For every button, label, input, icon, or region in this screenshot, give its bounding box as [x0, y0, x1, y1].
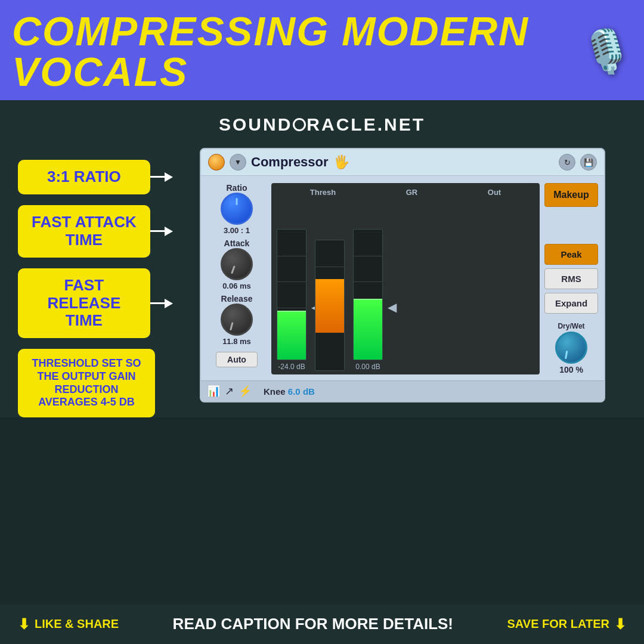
dropdown-button[interactable]: ▼: [230, 154, 246, 171]
meters-column: Thresh GR Out: [271, 183, 540, 374]
thresh-meter: -24.0 dB ◀: [275, 229, 308, 371]
thresh-db-value: -24.0 dB: [278, 363, 305, 371]
out-db-value: 0.00 dB: [355, 363, 380, 371]
out-label: Out: [488, 188, 501, 197]
compressor-body: Ratio 3.00 : 1 Attack 0.06 ms Release: [201, 176, 604, 380]
main-content: SOUNDRACLE.NET 3:1 RATIO FAST ATTACK TIM…: [0, 100, 644, 417]
footer-like-share: ⬇ LIKE & SHARE: [18, 616, 119, 633]
labels-column: 3:1 RATIO FAST ATTACK TIME: [18, 148, 173, 417]
drywet-value: 100 %: [559, 365, 583, 374]
out-fill-bottom: [354, 300, 382, 360]
save-button[interactable]: 💾: [580, 154, 597, 171]
release-label-box: FAST RELEASE TIME: [18, 268, 150, 339]
gr-meter: [313, 240, 346, 371]
meters-body: -24.0 dB ◀: [275, 200, 536, 371]
release-knob[interactable]: [221, 304, 253, 336]
release-knob-container: Release 11.8 ms: [221, 294, 253, 346]
ratio-label-text: 3:1 RATIO: [27, 168, 141, 186]
compressor-plugin: ▼ Compressor 🖐️ ↻ 💾 Ratio: [200, 148, 605, 402]
out-meter-bg: [353, 229, 383, 360]
content-row: 3:1 RATIO FAST ATTACK TIME: [18, 148, 626, 417]
like-arrow-icon: ⬇: [18, 616, 30, 633]
compressor-titlebar: ▼ Compressor 🖐️ ↻ 💾: [201, 149, 604, 176]
ratio-knob-label: Ratio: [227, 183, 247, 193]
attack-knob[interactable]: [221, 248, 253, 280]
right-buttons-column: Makeup Peak RMS Expand Dry/Wet 100 %: [544, 183, 598, 374]
ratio-knob-container: Ratio 3.00 : 1: [221, 183, 253, 235]
threshold-row: THRESHOLD SET SO THE OUTPUT GAIN REDUCTI…: [18, 349, 173, 417]
like-share-text: LIKE & SHARE: [35, 617, 119, 631]
attack-knob-value: 0.06 ms: [222, 281, 251, 290]
attack-label-box: FAST ATTACK TIME: [18, 205, 150, 258]
release-knob-value: 11.8 ms: [222, 337, 251, 346]
footer-caption: READ CAPTION FOR MORE DETAILS!: [173, 615, 453, 633]
meters-header: Thresh GR Out: [275, 188, 536, 197]
gr-meter-bg: [315, 240, 345, 371]
release-knob-label: Release: [221, 294, 253, 304]
ratio-label-box: 3:1 RATIO: [18, 160, 150, 194]
ratio-knob[interactable]: [221, 193, 253, 225]
attack-label-text: FAST ATTACK TIME: [27, 213, 141, 249]
mic-icon: 🎙️: [580, 27, 632, 76]
thresh-fill-bottom: [277, 312, 306, 360]
drywet-label: Dry/Wet: [558, 322, 584, 330]
refresh-button[interactable]: ↻: [559, 154, 575, 171]
footer-save: SAVE FOR LATER ⬇: [507, 616, 626, 633]
thresh-meter-bg: [277, 229, 306, 360]
knee-display: Knee 6.0 dB: [264, 386, 315, 397]
auto-button[interactable]: Auto: [216, 352, 258, 367]
peak-button[interactable]: Peak: [544, 244, 598, 265]
page-title: COMPRESSING MODERN VOCALS: [12, 11, 580, 92]
release-row: FAST RELEASE TIME: [18, 268, 173, 339]
attack-knob-label: Attack: [224, 239, 250, 248]
threshold-label-box: THRESHOLD SET SO THE OUTPUT GAIN REDUCTI…: [18, 349, 155, 417]
ratio-row: 3:1 RATIO: [18, 160, 173, 194]
footer: ⬇ LIKE & SHARE READ CAPTION FOR MORE DET…: [0, 604, 644, 644]
bars-icon[interactable]: 📊: [207, 385, 220, 398]
knee-value: 6.0 dB: [288, 386, 315, 397]
drywet-knob[interactable]: [555, 332, 587, 364]
out-arrow-icon: ◀: [388, 300, 397, 314]
compressor-title: Compressor: [251, 154, 329, 170]
knee-label: Knee: [264, 386, 286, 397]
attack-knob-container: Attack 0.06 ms: [221, 239, 253, 290]
thresh-line: [277, 311, 306, 312]
drywet-section: Dry/Wet 100 %: [544, 322, 598, 374]
waveform-icon[interactable]: ⚡: [239, 385, 252, 398]
threshold-label-text: THRESHOLD SET SO THE OUTPUT GAIN REDUCTI…: [27, 357, 145, 408]
brand-text: SOUNDRACLE.NET: [219, 114, 425, 135]
save-later-text: SAVE FOR LATER: [507, 617, 609, 631]
header: COMPRESSING MODERN VOCALS 🎙️: [0, 0, 644, 100]
ratio-knob-value: 3.00 : 1: [224, 226, 250, 235]
compressor-wrapper: ▼ Compressor 🖐️ ↻ 💾 Ratio: [173, 148, 626, 402]
out-line: [354, 299, 382, 300]
knobs-column: Ratio 3.00 : 1 Attack 0.06 ms Release: [207, 183, 267, 374]
release-arrow: [150, 302, 173, 304]
rms-button[interactable]: RMS: [544, 268, 598, 289]
thresh-label: Thresh: [310, 188, 336, 197]
release-label-text: FAST RELEASE TIME: [27, 277, 141, 330]
oracle-o-icon: [293, 118, 306, 131]
gr-fill-orange: [315, 279, 344, 333]
titlebar-left: ▼ Compressor 🖐️: [208, 154, 349, 171]
save-arrow-icon: ⬇: [614, 616, 626, 633]
expand-button[interactable]: Expand: [544, 293, 598, 314]
makeup-button[interactable]: Makeup: [544, 183, 598, 207]
power-button[interactable]: [208, 154, 225, 171]
compressor-bottom-bar: 📊 ↗ ⚡ Knee 6.0 dB: [201, 380, 604, 401]
bottom-icons: 📊 ↗ ⚡: [207, 385, 252, 398]
attack-arrow: [150, 230, 173, 232]
out-meter: 0.00 dB ◀: [351, 229, 385, 371]
curve-icon[interactable]: ↗: [225, 385, 234, 398]
ratio-arrow: [150, 176, 173, 178]
gr-label: GR: [406, 188, 418, 197]
attack-row: FAST ATTACK TIME: [18, 205, 173, 258]
titlebar-right: ↻ 💾: [559, 154, 597, 171]
hand-icon: 🖐️: [333, 154, 349, 170]
